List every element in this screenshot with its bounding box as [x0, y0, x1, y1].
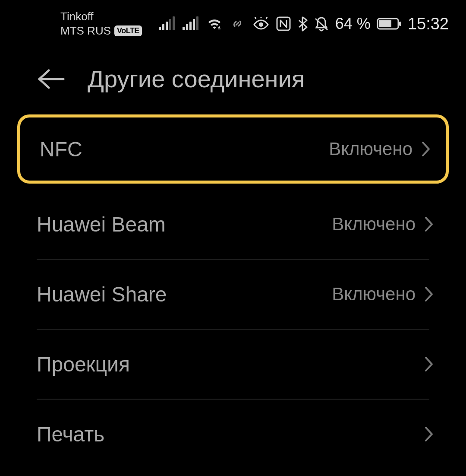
- svg-rect-5: [379, 20, 391, 27]
- setting-row-projection[interactable]: Проекция: [17, 330, 449, 399]
- setting-label: Huawei Share: [37, 282, 167, 306]
- page-header: Другие соединения: [0, 48, 466, 114]
- volte-badge: VoLTE: [114, 25, 142, 36]
- signal-bars-sim1-icon: [159, 17, 175, 30]
- setting-row-huawei-beam[interactable]: Huawei Beam Включено: [17, 190, 449, 259]
- mute-bell-icon: [314, 16, 329, 32]
- setting-value: Включено: [332, 284, 416, 305]
- battery-percent: 64 %: [335, 15, 371, 33]
- nfc-status-icon: [276, 16, 291, 32]
- clock-time: 15:32: [408, 15, 449, 33]
- setting-row-print[interactable]: Печать: [17, 400, 449, 469]
- chevron-right-icon: [424, 426, 434, 442]
- chevron-right-icon: [421, 141, 431, 157]
- status-right: 64 % 15:32: [252, 15, 449, 33]
- settings-list: NFC Включено Huawei Beam Включено Huawei…: [0, 114, 466, 469]
- carrier-line1: Tinkoff: [60, 10, 142, 23]
- svg-point-1: [259, 22, 263, 27]
- page-title: Другие соединения: [88, 65, 305, 93]
- status-bar: Tinkoff MTS RUS VoLTE 64 % 15: [0, 0, 466, 48]
- wifi-icon: [206, 17, 223, 31]
- setting-label: Печать: [37, 422, 104, 446]
- back-arrow-icon[interactable]: [37, 68, 66, 90]
- status-signal-group: [159, 17, 244, 31]
- setting-label: Huawei Beam: [37, 213, 166, 236]
- link-icon: [230, 17, 244, 31]
- bluetooth-icon: [297, 16, 308, 32]
- status-carrier: Tinkoff MTS RUS VoLTE: [60, 10, 142, 38]
- signal-bars-sim2-icon: [183, 17, 198, 30]
- eye-icon: [252, 17, 270, 31]
- setting-label: Проекция: [37, 352, 130, 376]
- chevron-right-icon: [424, 286, 434, 302]
- chevron-right-icon: [424, 356, 434, 372]
- battery-icon: [377, 17, 402, 30]
- setting-value: Включено: [332, 214, 416, 235]
- setting-label: NFC: [40, 137, 82, 161]
- carrier-line2: MTS RUS: [60, 24, 111, 38]
- svg-rect-6: [399, 22, 401, 26]
- setting-value: Включено: [329, 139, 412, 159]
- setting-row-nfc[interactable]: NFC Включено: [17, 114, 449, 184]
- chevron-right-icon: [424, 216, 434, 232]
- setting-row-huawei-share[interactable]: Huawei Share Включено: [17, 260, 449, 329]
